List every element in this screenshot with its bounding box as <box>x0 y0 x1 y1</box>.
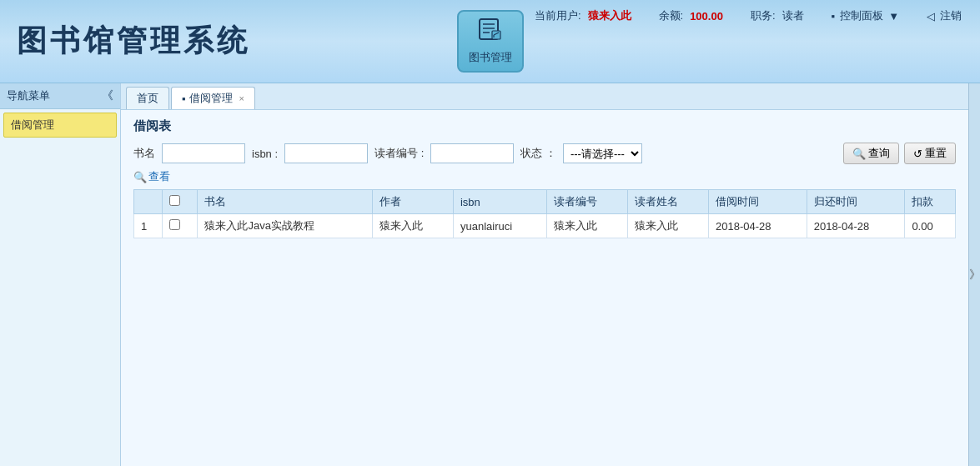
col-fine: 扣款 <box>905 190 956 214</box>
cell-reader-name: 猿来入此 <box>627 214 708 238</box>
tab-borrow-label: 借阅管理 <box>189 91 233 106</box>
col-reader-id: 读者编号 <box>546 190 627 214</box>
col-isbn: isbn <box>453 190 546 214</box>
status-label: 状态 ： <box>520 146 556 161</box>
query-label: 查询 <box>868 146 890 161</box>
tab-borrow-icon: ▪ <box>182 93 186 105</box>
logout-label: 注销 <box>940 8 962 23</box>
reader-id-input[interactable] <box>430 143 514 163</box>
reader-id-label: 读者编号 : <box>374 146 424 161</box>
page-content: 借阅表 书名 isbn : 读者编号 : 状态 ： ---请选择--- 借阅中 … <box>121 110 968 466</box>
right-collapse-button[interactable]: 》 <box>968 83 980 466</box>
view-label: 查看 <box>148 169 170 184</box>
balance-label: 余额: <box>659 8 684 23</box>
balance-value: 100.00 <box>690 10 723 23</box>
cell-reader-id: 猿来入此 <box>546 214 627 238</box>
user-label: 当前用户: <box>535 8 581 23</box>
book-name-input[interactable] <box>162 143 245 163</box>
sidebar-item-borrow-label: 借阅管理 <box>11 118 54 131</box>
sidebar-collapse-button[interactable]: 《 <box>102 88 113 103</box>
sidebar-title: 导航菜单 <box>7 88 50 103</box>
cell-isbn: yuanlairuci <box>453 214 546 238</box>
tab-borrow-close[interactable]: × <box>239 93 244 103</box>
borrow-table: 书名 作者 isbn 读者编号 读者姓名 借阅时间 归还时间 扣款 1 猿来入此… <box>133 189 956 238</box>
book-name-label: 书名 <box>133 146 155 161</box>
row-checkbox[interactable] <box>169 219 180 230</box>
tabs-bar: 首页 ▪ 借阅管理 × <box>121 83 968 110</box>
dashboard-label: 控制面板 <box>840 8 883 23</box>
book-manage-label: 图书管理 <box>469 50 512 65</box>
cell-fine: 0.00 <box>905 214 956 238</box>
sidebar: 导航菜单 《 借阅管理 <box>0 83 121 466</box>
right-collapse-icon: 》 <box>969 268 981 283</box>
reset-button[interactable]: ↺ 重置 <box>904 143 956 164</box>
search-bar: 书名 isbn : 读者编号 : 状态 ： ---请选择--- 借阅中 已归还 … <box>133 143 956 164</box>
cell-book-name: 猿来入此Java实战教程 <box>198 214 372 238</box>
logout-icon: ◁ <box>927 10 935 23</box>
tab-home-label: 首页 <box>137 91 158 106</box>
dashboard-button[interactable]: ▪ 控制面板 ▼ <box>830 8 901 23</box>
view-icon: 🔍 <box>133 171 147 183</box>
col-book-name: 书名 <box>198 190 372 214</box>
cell-checkbox[interactable] <box>163 214 198 238</box>
sidebar-header: 导航菜单 《 <box>0 83 120 109</box>
cell-return-date: 2018-04-28 <box>807 214 905 238</box>
book-manage-icon <box>478 18 503 47</box>
cell-author: 猿来入此 <box>372 214 453 238</box>
header-right: 当前用户: 猿来入此 余额: 100.00 职务: 读者 ▪ 控制面板 ▼ ◁ … <box>533 8 963 23</box>
isbn-label: isbn : <box>252 148 278 160</box>
query-icon: 🔍 <box>852 148 866 160</box>
isbn-input[interactable] <box>284 143 368 163</box>
col-author: 作者 <box>372 190 453 214</box>
page-title: 借阅表 <box>133 118 956 134</box>
logout-button[interactable]: ◁ 注销 <box>925 8 963 23</box>
app-title: 图书馆管理系统 <box>17 21 250 62</box>
content-area: 首页 ▪ 借阅管理 × 借阅表 书名 isbn : 读者编号 : 状态 ： -- <box>121 83 968 466</box>
role-value: 读者 <box>782 8 804 23</box>
query-button[interactable]: 🔍 查询 <box>843 143 899 164</box>
role-label: 职务: <box>751 8 776 23</box>
header: 图书馆管理系统 图书管理 当前用户: 猿来入此 余额: 100.0 <box>0 0 980 83</box>
col-return-date: 归还时间 <box>807 190 905 214</box>
cell-borrow-date: 2018-04-28 <box>709 214 807 238</box>
status-select[interactable]: ---请选择--- 借阅中 已归还 <box>563 143 642 163</box>
book-manage-button[interactable]: 图书管理 <box>457 10 524 73</box>
search-buttons: 🔍 查询 ↺ 重置 <box>843 143 956 164</box>
cell-index: 1 <box>134 214 163 238</box>
col-borrow-date: 借阅时间 <box>709 190 807 214</box>
select-all-checkbox[interactable] <box>169 195 180 206</box>
main-layout: 导航菜单 《 借阅管理 首页 ▪ 借阅管理 × 借阅表 书名 <box>0 83 980 466</box>
col-checkbox[interactable] <box>163 190 198 214</box>
view-link[interactable]: 🔍 查看 <box>133 169 956 184</box>
tab-borrow[interactable]: ▪ 借阅管理 × <box>171 87 255 109</box>
dashboard-icon: ▪ <box>832 10 836 23</box>
reset-label: 重置 <box>925 146 947 161</box>
reset-icon: ↺ <box>913 148 922 160</box>
col-reader-name: 读者姓名 <box>627 190 708 214</box>
username-value: 猿来入此 <box>588 8 631 23</box>
tab-home[interactable]: 首页 <box>126 87 169 109</box>
sidebar-item-borrow[interactable]: 借阅管理 <box>3 113 117 138</box>
table-row: 1 猿来入此Java实战教程 猿来入此 yuanlairuci 猿来入此 猿来入… <box>134 214 956 238</box>
header-center: 图书管理 <box>457 10 524 73</box>
col-index <box>134 190 163 214</box>
dashboard-chevron: ▼ <box>888 10 899 23</box>
